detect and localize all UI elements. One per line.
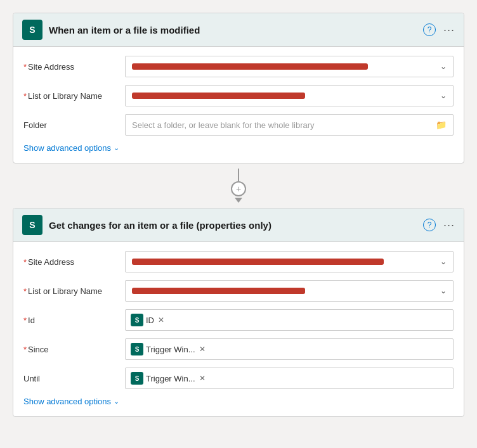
since-token: S Trigger Win... ✕ <box>131 343 206 355</box>
folder-row: Folder Select a folder, or leave blank f… <box>23 114 454 136</box>
card-action-icon: S <box>22 215 42 235</box>
card-trigger-icon: S <box>22 20 42 40</box>
until-row: Until S Trigger Win... ✕ <box>23 368 454 389</box>
list-library-label-1: *List or Library Name <box>23 91 119 101</box>
dropdown-arrow-list-2: ⌄ <box>440 286 447 295</box>
until-token: S Trigger Win... ✕ <box>131 372 206 385</box>
site-address-label-2: *Site Address <box>23 257 119 267</box>
since-token-remove[interactable]: ✕ <box>199 345 206 354</box>
more-options-action[interactable]: ··· <box>443 219 455 232</box>
since-input[interactable]: S Trigger Win... ✕ <box>125 338 454 360</box>
list-library-label-2: *List or Library Name <box>23 286 119 296</box>
id-label: *Id <box>23 316 119 325</box>
since-token-text: Trigger Win... <box>146 345 195 354</box>
card-trigger-title: When an item or a file is modified <box>49 25 417 35</box>
dropdown-arrow-site-2: ⌄ <box>440 257 447 266</box>
card-action-title: Get changes for an item or a file (prope… <box>49 220 417 231</box>
id-row: *Id S ID ✕ <box>23 309 454 331</box>
redacted-value-list-2 <box>132 288 305 294</box>
card-trigger-body: *Site Address ⌄ *List or Library Name ⌄ … <box>13 47 464 163</box>
dropdown-arrow-1: ⌄ <box>440 62 447 71</box>
until-token-icon: S <box>131 372 143 385</box>
card-action: S Get changes for an item or a file (pro… <box>13 208 464 417</box>
folder-placeholder: Select a folder, or leave blank for the … <box>132 120 315 130</box>
list-library-dropdown-2[interactable]: ⌄ <box>125 280 454 302</box>
connector-arrow <box>235 198 242 203</box>
list-library-dropdown-1[interactable]: ⌄ <box>125 85 454 106</box>
card-trigger-actions: ? ··· <box>423 23 455 37</box>
card-action-actions: ? ··· <box>423 219 455 232</box>
id-token-remove[interactable]: ✕ <box>158 316 164 324</box>
card-trigger: S When an item or a file is modified ? ·… <box>13 13 464 163</box>
dropdown-arrow-list-1: ⌄ <box>440 91 447 100</box>
card-action-body: *Site Address ⌄ *List or Library Name ⌄ … <box>13 242 464 416</box>
show-advanced-2[interactable]: Show advanced options ⌄ <box>23 397 454 406</box>
help-icon-trigger[interactable]: ? <box>423 23 436 36</box>
list-library-row-2: *List or Library Name ⌄ <box>23 280 454 302</box>
since-token-icon: S <box>131 343 143 355</box>
redacted-value-list-1 <box>132 93 305 99</box>
site-address-dropdown-2[interactable]: ⌄ <box>125 251 454 272</box>
site-address-dropdown-1[interactable]: ⌄ <box>125 56 454 77</box>
folder-label: Folder <box>23 120 119 130</box>
redacted-value-site-2 <box>132 259 384 265</box>
folder-input[interactable]: Select a folder, or leave blank for the … <box>125 114 454 136</box>
since-row: *Since S Trigger Win... ✕ <box>23 338 454 360</box>
until-token-text: Trigger Win... <box>146 374 195 383</box>
folder-browse-icon[interactable]: 📁 <box>436 120 447 130</box>
connector-line-top <box>238 169 239 181</box>
id-token: S ID ✕ <box>131 314 164 326</box>
since-label: *Since <box>23 345 119 354</box>
until-input[interactable]: S Trigger Win... ✕ <box>125 368 454 389</box>
connector-between-cards: + <box>13 163 464 208</box>
id-token-text: ID <box>146 316 154 325</box>
until-label: Until <box>23 374 119 383</box>
site-address-label-1: *Site Address <box>23 62 119 72</box>
site-address-row-2: *Site Address ⌄ <box>23 251 454 272</box>
show-advanced-1[interactable]: Show advanced options ⌄ <box>23 143 454 153</box>
id-input[interactable]: S ID ✕ <box>125 309 454 331</box>
add-step-button[interactable]: + <box>231 181 246 196</box>
card-action-header: S Get changes for an item or a file (pro… <box>13 208 464 242</box>
card-trigger-header: S When an item or a file is modified ? ·… <box>13 13 464 47</box>
id-token-icon: S <box>131 314 143 326</box>
help-icon-action[interactable]: ? <box>423 219 436 231</box>
list-library-row-1: *List or Library Name ⌄ <box>23 85 454 106</box>
redacted-value-1 <box>132 63 368 70</box>
more-options-trigger[interactable]: ··· <box>443 23 455 37</box>
site-address-row-1: *Site Address ⌄ <box>23 56 454 77</box>
until-token-remove[interactable]: ✕ <box>199 374 206 383</box>
